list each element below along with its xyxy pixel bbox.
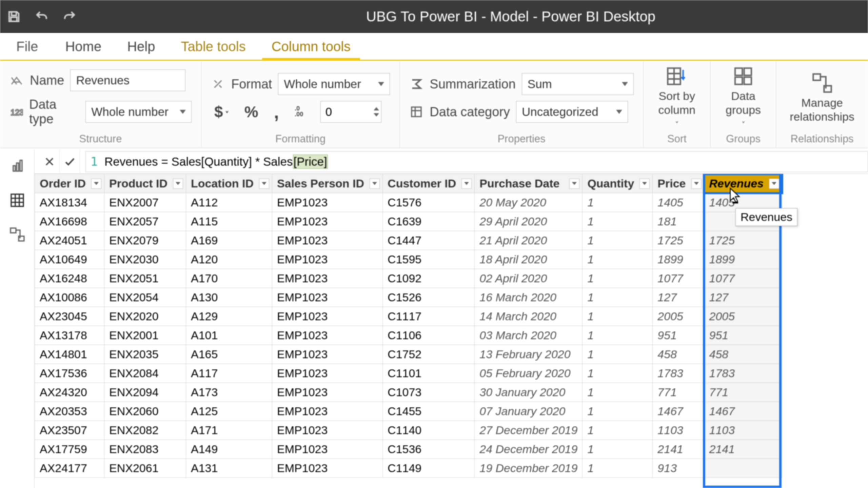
datacategory-value: Uncategorized <box>522 105 598 119</box>
filter-icon[interactable] <box>769 179 779 189</box>
group-label-structure: Structure <box>9 131 192 145</box>
table-row[interactable]: AX20353ENX2060A125EMP1023C145507 January… <box>35 402 782 421</box>
group-structure: Name Revenues 123 Data type Whole number… <box>0 61 201 148</box>
name-icon <box>9 73 24 87</box>
table-row[interactable]: AX18134ENX2007A112EMP1023C157620 May 202… <box>35 193 782 212</box>
svg-rect-11 <box>13 166 15 171</box>
filter-icon[interactable] <box>173 179 183 189</box>
data-groups-button[interactable]: Data groups ˅ <box>717 65 769 131</box>
formula-commit-button[interactable] <box>60 149 80 174</box>
table-row[interactable]: AX14801ENX2035A165EMP1023C175213 Februar… <box>35 345 782 364</box>
column-tooltip: Revenues <box>735 208 797 226</box>
undo-icon[interactable] <box>35 9 49 24</box>
content-area: 1 Revenues = Sales[Quantity] * Sales[Pri… <box>35 149 868 488</box>
svg-text:.00: .00 <box>295 110 303 117</box>
save-icon[interactable] <box>7 9 21 24</box>
redo-icon[interactable] <box>62 9 77 24</box>
name-label: Name <box>30 73 64 88</box>
summarization-label: Summarization <box>430 77 515 92</box>
svg-rect-10 <box>824 86 831 92</box>
sort-by-column-button[interactable]: Sort by column ˅ <box>650 65 704 131</box>
col-revenues[interactable]: Revenues <box>704 174 782 193</box>
filter-icon[interactable] <box>370 179 380 189</box>
summarization-value: Sum <box>528 77 552 91</box>
decimals-value: 0 <box>326 105 332 119</box>
svg-rect-15 <box>11 228 16 233</box>
svg-text:123: 123 <box>11 108 23 117</box>
filter-icon[interactable] <box>91 179 101 189</box>
tab-column-tools[interactable]: Column tools <box>259 33 363 60</box>
formula-text: Revenues = Sales[Quantity] * Sales <box>104 155 293 168</box>
report-view-icon[interactable] <box>9 158 25 174</box>
formula-input[interactable]: 1 Revenues = Sales[Quantity] * Sales[Pri… <box>85 151 868 172</box>
app-title: UBG To Power BI - Model - Power BI Deskt… <box>366 8 656 25</box>
group-sort: Sort by column ˅ Sort <box>644 61 711 148</box>
col-product-id[interactable]: Product ID <box>104 174 186 193</box>
data-grid[interactable]: Order ID Product ID Location ID Sales Pe… <box>35 174 868 488</box>
datatype-select[interactable]: Whole number <box>85 101 192 123</box>
svg-rect-13 <box>20 160 22 171</box>
tab-home[interactable]: Home <box>52 33 114 60</box>
data-view-icon[interactable] <box>9 192 25 208</box>
manage-relationships-button[interactable]: Manage relationships <box>783 65 861 131</box>
format-value: Whole number <box>284 77 361 91</box>
col-purchase-date[interactable]: Purchase Date <box>475 174 583 193</box>
filter-icon[interactable] <box>569 179 579 189</box>
group-label-relationships: Relationships <box>783 131 861 145</box>
table-row[interactable]: AX17536ENX2084A117EMP1023C110105 Februar… <box>35 364 782 383</box>
table-row[interactable]: AX17759ENX2083A149EMP1023C153624 Decembe… <box>35 440 782 459</box>
filter-icon[interactable] <box>461 179 472 189</box>
format-label: Format <box>231 77 272 92</box>
filter-icon[interactable] <box>259 179 269 189</box>
tab-table-tools[interactable]: Table tools <box>168 33 258 60</box>
col-order-id[interactable]: Order ID <box>35 174 104 193</box>
model-view-icon[interactable] <box>9 227 25 243</box>
summarization-select[interactable]: Sum <box>522 73 634 95</box>
formula-line-number: 1 <box>91 155 98 168</box>
ribbon-tabs: File Home Help Table tools Column tools <box>0 33 868 61</box>
filter-icon[interactable] <box>691 179 702 189</box>
table-row[interactable]: AX24320ENX2094A173EMP1023C107330 January… <box>35 383 782 402</box>
svg-rect-8 <box>744 77 751 84</box>
relationships-label: Manage relationships <box>790 96 854 124</box>
table-row[interactable]: AX24177ENX2061A131EMP1023C114919 Decembe… <box>35 459 782 478</box>
col-customer-id[interactable]: Customer ID <box>383 174 475 193</box>
col-sales-person-id[interactable]: Sales Person ID <box>272 174 383 193</box>
name-input[interactable]: Revenues <box>70 69 185 91</box>
table-row[interactable]: AX16248ENX2051A170EMP1023C109202 April 2… <box>35 269 782 288</box>
formula-cancel-button[interactable] <box>39 149 60 174</box>
header-row: Order ID Product ID Location ID Sales Pe… <box>35 174 782 193</box>
ribbon: Name Revenues 123 Data type Whole number… <box>0 61 868 148</box>
tab-help[interactable]: Help <box>114 33 168 60</box>
format-select[interactable]: Whole number <box>278 73 390 95</box>
thousands-button[interactable]: , <box>271 101 282 122</box>
col-location-id[interactable]: Location ID <box>186 174 272 193</box>
table-row[interactable]: AX13178ENX2001A101EMP1023C110603 March 2… <box>35 326 782 345</box>
chevron-down-icon <box>622 82 628 86</box>
table-row[interactable]: AX16698ENX2057A115EMP1023C163929 April 2… <box>35 212 782 231</box>
table-row[interactable]: AX10649ENX2030A120EMP1023C159518 April 2… <box>35 250 782 269</box>
currency-button[interactable]: $ ˅ <box>211 103 232 121</box>
sort-label: Sort by column ˅ <box>657 89 697 130</box>
svg-rect-9 <box>813 74 820 81</box>
table-row[interactable]: AX10086ENX2054A130EMP1023C152616 March 2… <box>35 288 782 307</box>
filter-icon[interactable] <box>639 179 650 189</box>
percent-button[interactable]: % <box>241 103 262 121</box>
col-quantity[interactable]: Quantity <box>583 174 653 193</box>
decimal-button[interactable]: .0.00 <box>291 103 312 121</box>
title-bar: UBG To Power BI - Model - Power BI Deskt… <box>0 0 868 33</box>
col-price[interactable]: Price <box>653 174 704 193</box>
table-row[interactable]: AX23045ENX2020A129EMP1023C111714 March 2… <box>35 307 782 326</box>
chevron-down-icon <box>616 110 622 114</box>
datatype-icon: 123 <box>9 105 23 119</box>
svg-rect-5 <box>735 68 742 75</box>
group-label-formatting: Formatting <box>211 131 390 145</box>
tab-file[interactable]: File <box>2 33 52 60</box>
datatype-value: Whole number <box>91 105 169 119</box>
group-properties: Summarization Sum Data category Uncatego… <box>400 61 643 148</box>
svg-rect-7 <box>735 77 742 84</box>
decimals-spinner[interactable]: 0 <box>320 101 381 123</box>
datacategory-select[interactable]: Uncategorized <box>516 101 628 123</box>
table-row[interactable]: AX24051ENX2079A169EMP1023C144721 April 2… <box>35 231 782 250</box>
table-row[interactable]: AX23507ENX2082A171EMP1023C114027 Decembe… <box>35 421 782 440</box>
